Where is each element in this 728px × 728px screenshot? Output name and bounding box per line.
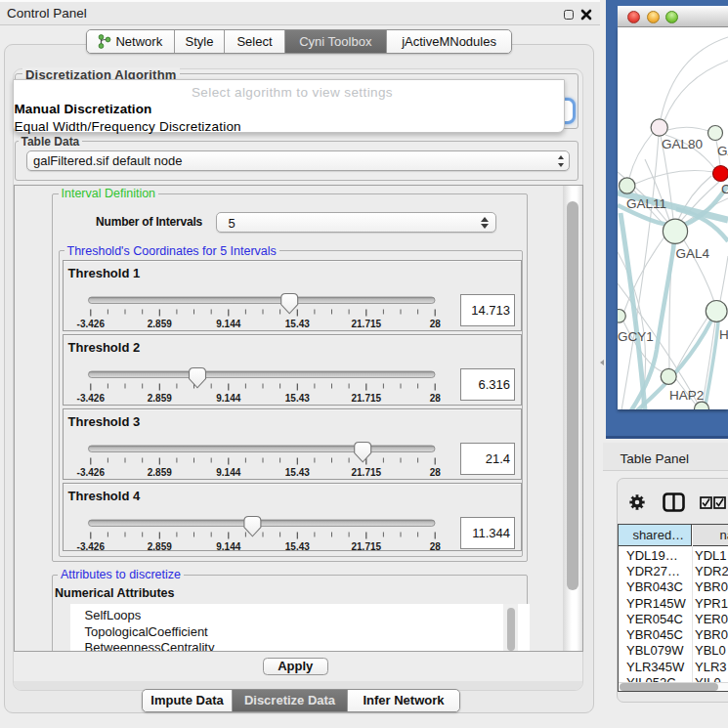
svg-text:21.715: 21.715 <box>351 393 381 404</box>
svg-text:2.859: 2.859 <box>147 541 171 552</box>
svg-text:15.43: 15.43 <box>284 541 309 552</box>
svg-text:21.715: 21.715 <box>351 541 381 552</box>
svg-text:9.144: 9.144 <box>216 319 240 329</box>
svg-text:-3.426: -3.426 <box>76 393 105 404</box>
svg-text:9.144: 9.144 <box>216 541 240 552</box>
svg-text:2.859: 2.859 <box>147 319 171 329</box>
svg-text:GAL80: GAL80 <box>662 136 703 150</box>
svg-text:2.859: 2.859 <box>147 393 171 404</box>
svg-text:28: 28 <box>429 393 441 404</box>
svg-text:9.144: 9.144 <box>216 467 240 478</box>
svg-text:C: C <box>721 181 728 195</box>
svg-text:-3.426: -3.426 <box>76 467 105 478</box>
svg-text:28: 28 <box>429 541 441 552</box>
svg-text:15.43: 15.43 <box>284 467 309 478</box>
svg-text:GAL11: GAL11 <box>626 195 666 210</box>
svg-text:H: H <box>719 327 728 342</box>
svg-text:15.43: 15.43 <box>284 319 309 329</box>
svg-text:-3.426: -3.426 <box>76 319 105 329</box>
svg-text:GAL4: GAL4 <box>676 246 710 261</box>
svg-text:9.144: 9.144 <box>216 393 240 404</box>
svg-text:2.859: 2.859 <box>147 467 171 478</box>
svg-text:15.43: 15.43 <box>284 393 309 404</box>
svg-text:HAP2: HAP2 <box>669 388 704 403</box>
svg-text:GCY1: GCY1 <box>618 328 654 343</box>
svg-text:28: 28 <box>429 319 441 329</box>
svg-text:21.715: 21.715 <box>351 319 381 329</box>
svg-text:21.715: 21.715 <box>351 467 381 478</box>
svg-text:GA: GA <box>717 144 728 158</box>
svg-text:28: 28 <box>429 467 441 478</box>
svg-text:-3.426: -3.426 <box>76 541 105 552</box>
